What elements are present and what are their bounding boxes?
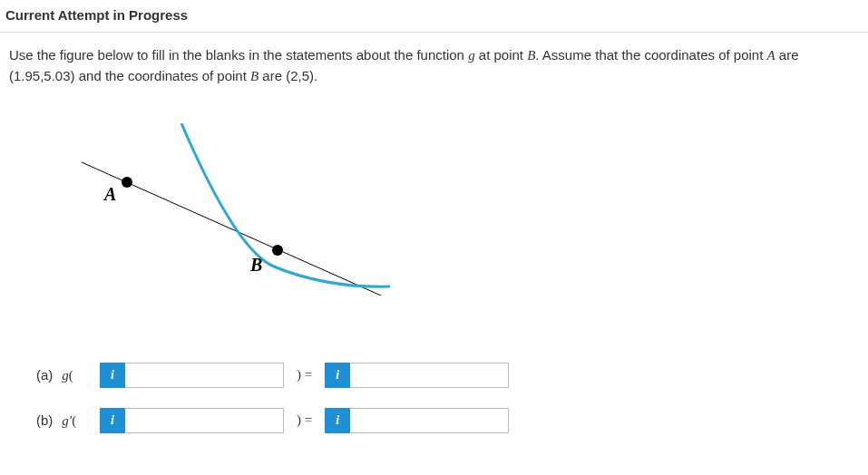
- prompt-text: Use the figure below to fill in the blan…: [9, 47, 468, 63]
- point-a: [122, 177, 132, 188]
- answer-row-a: (a)g( i ) = i: [36, 363, 859, 388]
- hint-button[interactable]: i: [100, 363, 125, 388]
- row-a-label: (a)g(: [36, 367, 100, 383]
- prompt-point-b2: B: [250, 69, 258, 83]
- point-b: [272, 245, 283, 256]
- hint-button[interactable]: i: [325, 408, 350, 433]
- input-group-a1: i: [100, 363, 284, 388]
- input-group-b1: i: [100, 408, 284, 433]
- figure: A B: [73, 123, 859, 335]
- hint-button[interactable]: i: [325, 363, 350, 388]
- hint-button[interactable]: i: [100, 408, 125, 433]
- label-b: B: [249, 255, 262, 275]
- input-group-a2: i: [325, 363, 509, 388]
- open-paren: (: [69, 368, 73, 383]
- part-b: (b): [36, 412, 53, 428]
- answer-input-a2[interactable]: [350, 363, 509, 388]
- prompt-text: . Assume that the coordinates of point: [535, 47, 766, 63]
- equals-b: ) =: [297, 412, 312, 428]
- open-paren: (: [72, 413, 76, 428]
- content-area: Use the figure below to fill in the blan…: [0, 33, 868, 471]
- answer-area: (a)g( i ) = i (b)g′( i ) = i: [9, 363, 859, 433]
- prompt-text: are (2,5).: [262, 68, 317, 83]
- fn-gprime: g′: [62, 413, 72, 428]
- answer-input-a1[interactable]: [125, 363, 284, 388]
- input-group-b2: i: [325, 408, 509, 433]
- equals-a: ) =: [297, 367, 312, 383]
- figure-svg: A B: [73, 123, 417, 332]
- row-b-label: (b)g′(: [36, 412, 100, 429]
- label-a: A: [102, 184, 116, 204]
- answer-row-b: (b)g′( i ) = i: [36, 408, 859, 433]
- prompt-point-a: A: [767, 48, 775, 63]
- part-a: (a): [36, 367, 53, 383]
- curve-g: [181, 123, 390, 286]
- section-header: Current Attempt in Progress: [0, 0, 868, 33]
- fn-g: g: [62, 368, 69, 383]
- answer-input-b1[interactable]: [125, 408, 284, 433]
- prompt-point-b: B: [527, 48, 535, 63]
- question-prompt: Use the figure below to fill in the blan…: [9, 45, 859, 87]
- prompt-text: at point: [479, 47, 527, 63]
- prompt-fn-g: g: [468, 48, 475, 63]
- answer-input-b2[interactable]: [350, 408, 509, 433]
